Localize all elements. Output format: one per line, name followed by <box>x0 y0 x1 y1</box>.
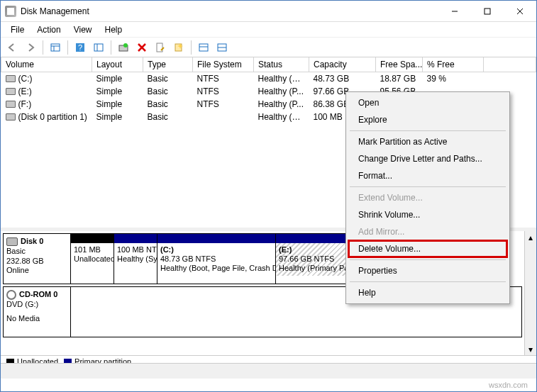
minimize-button[interactable] <box>438 1 471 22</box>
ctx-separator <box>350 281 506 282</box>
ctx-separator <box>350 186 506 187</box>
drive-icon <box>6 88 16 95</box>
new-icon[interactable] <box>170 40 187 55</box>
col-type[interactable]: Type <box>143 57 193 72</box>
ctx-add-mirror: Add Mirror... <box>348 223 507 240</box>
forward-button[interactable] <box>22 40 39 55</box>
drive-icon <box>6 101 16 108</box>
ctx-format[interactable]: Format... <box>348 167 507 184</box>
svg-rect-1 <box>485 9 490 14</box>
ctx-help[interactable]: Help <box>348 284 507 301</box>
scroll-down-icon[interactable]: ▾ <box>525 343 536 355</box>
close-button[interactable] <box>504 1 536 22</box>
window-title: Disk Management <box>21 6 89 16</box>
table-row[interactable]: (C:)SimpleBasicNTFSHealthy (B...48.73 GB… <box>1 72 536 86</box>
scroll-up-icon[interactable]: ▴ <box>525 231 536 243</box>
svg-point-12 <box>123 43 128 47</box>
menu-action[interactable]: Action <box>31 23 66 36</box>
col-capacity[interactable]: Capacity <box>309 57 376 72</box>
ctx-open[interactable]: Open <box>348 94 507 111</box>
ctx-shrink[interactable]: Shrink Volume... <box>348 206 507 223</box>
partition-block[interactable]: 100 MB NTFSHealthy (System, Active) <box>114 233 157 284</box>
list-view-icon[interactable] <box>195 40 212 55</box>
disk-0-info[interactable]: Disk 0 Basic 232.88 GB Online <box>3 233 71 284</box>
svg-rect-17 <box>199 44 208 51</box>
settings-icon[interactable] <box>90 40 107 55</box>
toolbar: ? <box>1 38 536 57</box>
svg-rect-9 <box>94 44 103 51</box>
col-filesystem[interactable]: File System <box>193 57 254 72</box>
disk-icon <box>6 237 18 246</box>
column-headers[interactable]: Volume Layout Type File System Status Ca… <box>1 57 536 72</box>
cd-icon <box>6 290 16 300</box>
status-bar <box>1 363 536 379</box>
svg-text:?: ? <box>78 43 82 52</box>
maximize-button[interactable] <box>471 1 504 22</box>
drive-icon <box>6 75 16 82</box>
menu-file[interactable]: File <box>5 23 30 36</box>
svg-rect-4 <box>51 44 60 51</box>
title-bar: Disk Management <box>1 1 536 22</box>
menu-help[interactable]: Help <box>99 23 128 36</box>
delete-icon[interactable] <box>133 40 150 55</box>
ctx-separator <box>350 130 506 131</box>
context-menu: Open Explore Mark Partition as Active Ch… <box>345 91 510 304</box>
ctx-delete-volume[interactable]: Delete Volume... <box>348 240 508 258</box>
partition-block[interactable]: (C:)48.73 GB NTFSHealthy (Boot, Page Fil… <box>157 233 276 284</box>
ctx-separator <box>350 259 506 260</box>
refresh-icon[interactable] <box>115 40 132 55</box>
partition-block[interactable]: 101 MBUnallocated <box>70 233 114 284</box>
show-hide-button[interactable] <box>47 40 64 55</box>
col-free[interactable]: Free Spa... <box>376 57 423 72</box>
menu-bar: File Action View Help <box>1 22 536 38</box>
col-volume[interactable]: Volume <box>1 57 92 72</box>
ctx-explore[interactable]: Explore <box>348 111 507 128</box>
ctx-change-letter[interactable]: Change Drive Letter and Paths... <box>348 150 507 167</box>
ctx-mark-active[interactable]: Mark Partition as Active <box>348 133 507 150</box>
menu-view[interactable]: View <box>68 23 98 36</box>
col-layout[interactable]: Layout <box>92 57 143 72</box>
cdrom-info[interactable]: CD-ROM 0 DVD (G:) No Media <box>3 286 71 337</box>
drive-icon <box>6 113 16 121</box>
back-button[interactable] <box>4 40 21 55</box>
app-icon <box>5 6 16 17</box>
graphical-scrollbar[interactable]: ▴ ▾ <box>524 231 536 355</box>
graphical-view-icon[interactable] <box>214 40 231 55</box>
help-icon[interactable]: ? <box>72 40 89 55</box>
watermark: wsxdn.com <box>489 381 528 389</box>
properties-icon[interactable] <box>152 40 169 55</box>
col-status[interactable]: Status <box>254 57 309 72</box>
col-pctfree[interactable]: % Free <box>423 57 484 72</box>
ctx-extend: Extend Volume... <box>348 189 507 206</box>
ctx-properties[interactable]: Properties <box>348 262 507 279</box>
